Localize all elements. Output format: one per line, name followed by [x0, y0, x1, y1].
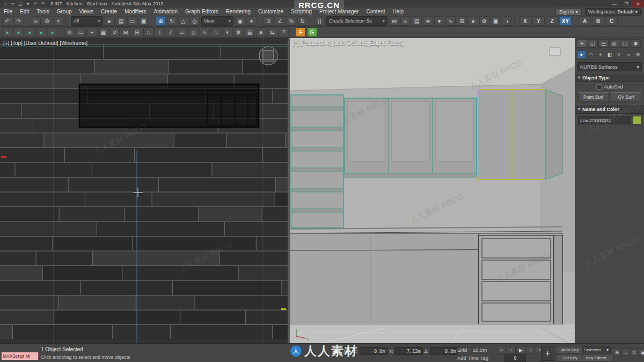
select-object-icon[interactable]: ► — [105, 16, 115, 26]
top-viewport[interactable]: [+] [Top] [User Defined] [Wireframe] — [0, 38, 288, 343]
coord-field-z[interactable]: 0.0m — [430, 347, 458, 355]
axis-constraint-z-button[interactable]: Z — [546, 16, 558, 26]
snap-toggle-icon[interactable]: 3 — [264, 16, 274, 26]
coord-field-y[interactable]: 7.13m — [395, 347, 423, 355]
orbit-icon[interactable]: ↻ — [630, 348, 638, 356]
open-file-icon[interactable]: ◱ — [17, 1, 24, 7]
auto-key-button[interactable]: Auto Key — [556, 346, 584, 353]
perspective-viewport[interactable]: [+] [Perspective] [User Defined] [Edged … — [290, 38, 575, 343]
perspective-viewport-label[interactable]: [+] [Perspective] [User Defined] [Edged … — [293, 40, 404, 46]
object-type-rollout-header[interactable]: ▾ Object Type — [575, 73, 644, 82]
select-and-place-icon[interactable]: ◎ — [189, 16, 200, 26]
reference-coordinate-dropdown[interactable]: View▾ — [201, 16, 233, 26]
menu-file[interactable]: File — [0, 8, 16, 16]
select-and-rotate-icon[interactable]: ↻ — [167, 16, 177, 26]
toolbar-b-button[interactable]: B — [592, 16, 604, 26]
close-button[interactable]: ✕ — [632, 1, 644, 8]
spacing-tool-icon[interactable]: ∴ — [143, 27, 153, 37]
axis-gizmo-icon[interactable]: + — [87, 27, 97, 37]
lights-category[interactable]: ✶ — [596, 50, 605, 58]
app-logo-icon[interactable]: 3 — [2, 1, 9, 7]
normal-align-icon[interactable]: ⊥ — [155, 27, 165, 37]
wave-modifier-icon[interactable]: ≈ — [211, 27, 221, 37]
uvw-map-icon[interactable]: ▱ — [177, 27, 187, 37]
object-name-field[interactable]: Line.278933241 — [578, 116, 631, 124]
set-key-button[interactable]: Set Key — [556, 354, 584, 361]
hierarchy-tab[interactable]: ⊟ — [598, 39, 609, 48]
menu-group[interactable]: Group — [53, 8, 76, 16]
rotate-gizmo-icon[interactable]: ↺ — [109, 27, 120, 37]
round-tool-icon-1[interactable]: ● — [2, 27, 12, 37]
viewcube-compass[interactable] — [259, 47, 277, 65]
go-to-start-button[interactable]: « — [497, 346, 506, 354]
minimize-button[interactable]: — — [609, 1, 620, 8]
toggle-scene-explorer-icon[interactable]: ▤ — [412, 16, 422, 26]
menu-content[interactable]: Content — [362, 8, 389, 16]
mirror-tool-icon[interactable]: ⋈ — [121, 27, 131, 37]
axis-constraint-xy-button[interactable]: XY — [559, 16, 572, 26]
use-pivot-point-icon[interactable]: ◉ — [235, 16, 245, 26]
forest-pack-icon[interactable]: F — [296, 27, 306, 37]
object-color-swatch[interactable] — [633, 116, 641, 124]
select-by-name-icon[interactable]: ▤ — [116, 16, 126, 26]
geometry-category[interactable]: ● — [577, 50, 586, 58]
cameras-category[interactable]: ◧ — [605, 50, 614, 58]
rendered-frame-window-icon[interactable]: ▣ — [491, 16, 501, 26]
zoom-region-icon[interactable]: ⊙ — [64, 27, 75, 37]
light-tool-icon[interactable]: ✶ — [222, 27, 232, 37]
create-tab[interactable]: + — [577, 39, 587, 48]
coord-field-x[interactable]: 0.0m — [360, 347, 387, 355]
key-filters-button[interactable]: Key Filters... — [582, 354, 614, 361]
align-tool-icon[interactable]: ≡ — [256, 27, 266, 37]
shape-tool-icon[interactable]: ◇ — [188, 27, 199, 37]
angle-snap-icon[interactable]: ∠ — [275, 16, 285, 26]
toolbar-a-button[interactable]: A — [579, 16, 591, 26]
menu-rendering[interactable]: Rendering — [222, 8, 254, 16]
menu-views[interactable]: Views — [76, 8, 98, 16]
systems-category[interactable]: ⚙ — [633, 50, 642, 58]
display-tab[interactable]: ▢ — [620, 39, 630, 48]
menu-tools[interactable]: Tools — [33, 8, 53, 16]
menu-edit[interactable]: Edit — [16, 8, 33, 16]
unlink-selection-icon[interactable]: ⊘ — [42, 16, 52, 26]
pan-icon[interactable]: ↔ — [621, 348, 630, 356]
save-icon[interactable]: ▼ — [25, 1, 31, 7]
utilities-tab[interactable]: ✱ — [631, 39, 641, 48]
menu-customize[interactable]: Customize — [254, 8, 287, 16]
rectangular-selection-region-icon[interactable]: ▭ — [127, 16, 137, 26]
new-file-icon[interactable]: ▭ — [10, 1, 16, 7]
maximize-viewport-toggle-icon[interactable]: ▣ — [639, 348, 644, 356]
sign-in-button[interactable]: Sign In ▾ — [555, 8, 582, 16]
selected-upper-cabinet[interactable] — [478, 90, 562, 180]
list-tool-icon[interactable]: ▤ — [245, 27, 255, 37]
selection-region-icon[interactable]: ▭ — [76, 27, 86, 37]
object-type-button-point-surf[interactable]: Point Surf — [578, 92, 609, 101]
angle-measure-icon[interactable]: ∠ — [166, 27, 176, 37]
render-production-icon[interactable]: ◑ — [502, 16, 512, 26]
menu-create[interactable]: Create — [97, 8, 121, 16]
align-icon[interactable]: ≡ — [400, 16, 411, 26]
menu-modifiers[interactable]: Modifiers — [121, 8, 150, 16]
create-key-button[interactable]: + — [541, 346, 554, 361]
axis-constraint-y-button[interactable]: Y — [532, 16, 545, 26]
toolbar-c-button[interactable]: C — [605, 16, 618, 26]
select-and-manipulate-icon[interactable]: ✦ — [246, 16, 257, 26]
edit-named-selection-sets-icon[interactable]: {} — [314, 16, 325, 26]
redo-quick-icon[interactable]: ↷ — [40, 1, 46, 7]
maxscript-mini-listener[interactable]: MAXScript Mi — [1, 352, 39, 360]
round-tool-icon-5[interactable]: ● — [47, 27, 57, 37]
object-category-dropdown[interactable]: NURBS Surfaces ▾ — [577, 62, 642, 71]
shapes-category[interactable]: ◠ — [587, 50, 596, 58]
undo-icon[interactable]: ↶ — [2, 16, 12, 26]
swap-tool-icon[interactable]: ⇆ — [267, 27, 277, 37]
help-tool-icon[interactable]: ? — [279, 27, 289, 37]
window-crossing-toggle-icon[interactable]: ▣ — [138, 16, 149, 26]
material-editor-icon[interactable]: ● — [468, 16, 478, 26]
settings-tool-icon[interactable]: ⚙ — [233, 27, 244, 37]
selection-filter-dropdown[interactable]: All▾ — [71, 16, 103, 26]
undo-quick-icon[interactable]: ↶ — [32, 1, 39, 7]
round-tool-icon-3[interactable]: ● — [25, 27, 35, 37]
menu-help[interactable]: Help — [389, 8, 408, 16]
round-tool-icon-4[interactable]: ● — [36, 27, 46, 37]
curve-editor-icon[interactable]: ∿ — [445, 16, 456, 26]
